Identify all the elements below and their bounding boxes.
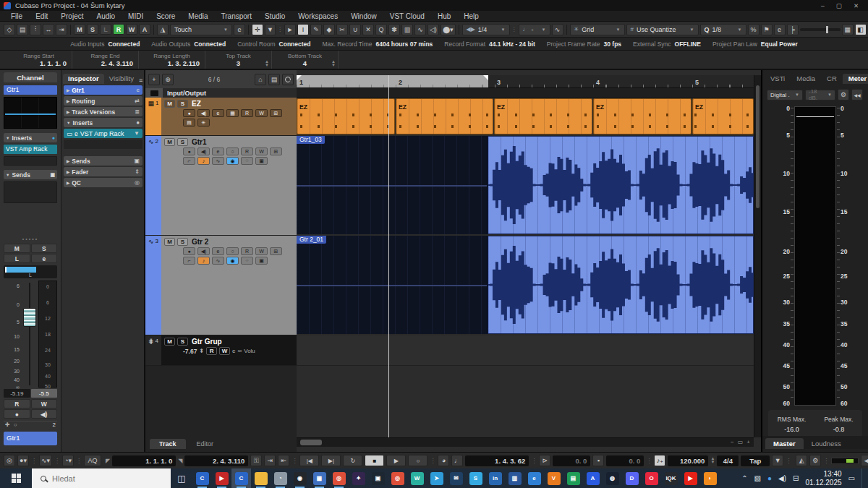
inspector-insert-slot[interactable]: ▭eVST Amp Rack▼ [64, 129, 142, 138]
group-volume-value[interactable]: -7.67 [183, 348, 197, 355]
menu-item[interactable]: VST Cloud [383, 12, 431, 20]
inspector-section-qc[interactable]: ▶QC◎ [64, 178, 142, 187]
menu-item[interactable]: File [4, 12, 29, 20]
channel-track-name[interactable]: Gtr1 [4, 85, 57, 95]
right-locator-display[interactable]: 2. 4. 3.110 [184, 455, 248, 466]
write-icon[interactable]: W [219, 347, 230, 355]
menu-item[interactable]: Edit [29, 12, 54, 20]
read-icon[interactable]: R [241, 147, 253, 155]
monitor-waveform-icon[interactable]: ◉ [226, 157, 239, 165]
erase-tool-icon[interactable]: ◆ [323, 24, 335, 35]
lock-icon[interactable]: ⌐ [183, 257, 195, 265]
automation-panel-button[interactable]: e [234, 24, 245, 35]
track-options-icon[interactable]: ⁘ [241, 157, 253, 165]
menu-item[interactable]: Hub [431, 12, 457, 20]
freeze-icon[interactable]: ✳ [197, 119, 210, 127]
read-icon[interactable]: R [241, 109, 253, 117]
inspector-section-routing[interactable]: ▶Routing⇄ [64, 96, 142, 106]
taskbar-app-icon[interactable]: O [642, 468, 661, 488]
edit-channel-icon[interactable]: e [212, 247, 224, 255]
fader-cap[interactable] [23, 308, 36, 327]
track-row-gtr-group[interactable]: ⋕4 M S Gtr Grup -7.67 ⬍ R W e [145, 335, 297, 366]
taskbar-app-icon[interactable] [251, 468, 271, 488]
lock-icon[interactable]: ⌐ [183, 157, 195, 165]
audio-quantize-button[interactable]: AQ [84, 455, 101, 466]
channel-solo-button[interactable]: S [31, 244, 58, 253]
menu-item[interactable]: Project [54, 12, 90, 20]
menu-item[interactable]: Transport [215, 12, 258, 20]
minimize-button[interactable]: – [821, 2, 825, 9]
tempo-display[interactable]: 120.000 [668, 455, 708, 466]
channel-strip-icon[interactable]: ⊞ [270, 109, 282, 117]
lane-display-icon[interactable]: ∿ [212, 157, 224, 165]
edit-plugin-icon[interactable]: e [75, 130, 78, 137]
track-list-options-icon[interactable]: ▤ [268, 74, 280, 85]
channel-inserts-header[interactable]: ▼Inserts● [4, 133, 57, 142]
track-solo-button[interactable]: S [177, 338, 188, 346]
selected-track-label[interactable]: Gtr1 [4, 432, 57, 445]
audio-event-selected[interactable] [488, 136, 754, 234]
status-item[interactable]: Max. Record Time 6404 hours 07 mins [322, 40, 433, 48]
left-locator-display[interactable]: 1. 1. 1. 0 [112, 455, 176, 466]
project-setup-icon[interactable]: ▤ [17, 24, 28, 35]
plugin-menu-icon[interactable]: ▼ [134, 130, 140, 137]
mute-all-button[interactable]: M [74, 24, 85, 35]
zoom-out-icon[interactable]: − [731, 439, 734, 445]
write-automation-button[interactable]: W [126, 24, 137, 35]
tab-loudness[interactable]: Loudness [804, 438, 849, 449]
tap-tempo-button[interactable]: Tap [741, 455, 770, 466]
nudge-quantize-select[interactable]: ♩-▼ [519, 24, 550, 35]
taskbar-app-icon[interactable]: C [192, 468, 212, 488]
inspector-insert-slot-empty[interactable] [64, 140, 142, 149]
track-name[interactable]: Gtr1 [192, 138, 207, 146]
channel-strip-icon[interactable]: ⊞ [270, 247, 282, 255]
grid-type-select[interactable]: #Use Quantize▼ [626, 24, 699, 35]
automation-mode-icon[interactable]: ◮ [157, 24, 169, 35]
instrument-icon[interactable]: ▦ [226, 109, 239, 117]
cycle-button[interactable]: ↻ [343, 455, 362, 466]
jog-wheel-icon[interactable]: ◕ [438, 455, 449, 466]
audio-performance-slider[interactable] [800, 28, 841, 31]
midi-record-mode-icon[interactable]: ∿▾ [39, 455, 52, 466]
volume-stepper[interactable]: ⬍ [199, 348, 204, 354]
horizontal-scrollbar[interactable]: − ▭ + [297, 437, 754, 447]
track-display-icon[interactable]: ▣ [255, 157, 268, 165]
taskbar-app-icon[interactable]: ▦ [310, 468, 329, 488]
taskbar-app-icon[interactable]: ◎ [329, 468, 349, 488]
show-desktop-button[interactable] [861, 468, 865, 488]
track-mute-button[interactable]: M [164, 338, 175, 346]
goto-previous-marker-button[interactable]: |◀ [299, 455, 319, 466]
draw-tool-icon[interactable]: ✎ [310, 24, 322, 35]
tempo-menu-icon[interactable]: ▼ [772, 455, 783, 466]
fader-db-value[interactable]: -5.19 [4, 389, 30, 398]
freeze-icon[interactable]: ○ [226, 147, 239, 155]
menu-item[interactable]: Window [344, 12, 383, 20]
taskbar-app-icon[interactable]: ▣ [368, 468, 388, 488]
status-item[interactable]: Project Pan Law Equal Power [712, 40, 798, 48]
tab-cr[interactable]: CR [821, 74, 843, 84]
track-color-strip[interactable]: ⋕4 [145, 335, 161, 365]
postroll-display[interactable]: 0. 0 [606, 455, 644, 466]
audio-alignment-icon[interactable]: ╞ [787, 24, 799, 35]
track-row-gtr2[interactable]: ∿3 M S Gtr 2 ● ◀) e ○ R [145, 236, 297, 335]
monitor-icon[interactable]: ◀) [197, 109, 210, 117]
tab-media[interactable]: Media [791, 74, 821, 84]
insert-slot-empty[interactable] [4, 156, 57, 166]
send-slots-empty[interactable] [4, 181, 57, 203]
autoscroll-icon[interactable]: ⇥ [56, 24, 67, 35]
channel-edit-button[interactable]: e [31, 254, 58, 263]
meter-bar-display[interactable] [794, 106, 836, 406]
taskbar-app-icon[interactable]: in [485, 468, 505, 488]
audio-event-range-dimmed[interactable] [297, 136, 488, 234]
lane-display-icon[interactable]: ∿ [212, 257, 224, 265]
play-tool-icon[interactable]: ◁) [427, 24, 439, 35]
write-icon[interactable]: W [255, 247, 268, 255]
search-input[interactable] [52, 474, 146, 483]
range-selection-tool-icon[interactable]: I [297, 24, 309, 35]
taskbar-app-icon[interactable]: ✦ [349, 468, 368, 488]
status-item[interactable]: Project Frame Rate 30 fps [547, 40, 621, 48]
output-level-meter[interactable] [831, 458, 859, 464]
position-display[interactable]: 1. 4. 3. 62 [465, 455, 529, 466]
tab-editor[interactable]: Editor [187, 439, 224, 449]
comp-tool-icon[interactable]: ▥ [401, 24, 413, 35]
